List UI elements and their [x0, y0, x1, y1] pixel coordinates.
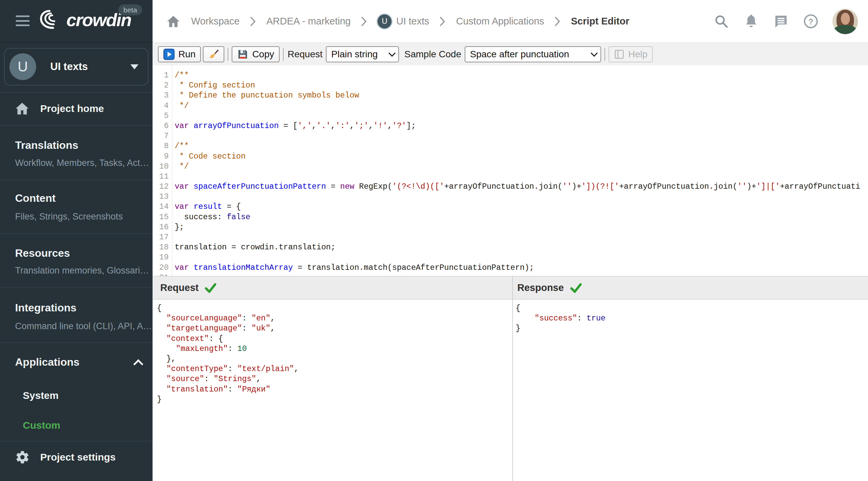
brush-icon [208, 49, 219, 60]
home-icon [15, 102, 29, 115]
user-avatar[interactable] [833, 9, 858, 34]
sidebar-item-project-home[interactable]: Project home [0, 100, 153, 117]
sidebar-item-applications[interactable]: Applications [15, 356, 80, 368]
divider [283, 48, 284, 61]
request-response-bar: Request Response [153, 276, 868, 300]
sample-code-label: Sample Code [404, 49, 461, 60]
chevron-down-icon [130, 64, 138, 69]
notifications-bell-icon[interactable] [744, 14, 759, 29]
format-button[interactable] [203, 46, 224, 62]
project-switcher[interactable]: U UI texts [4, 48, 149, 86]
messages-icon[interactable] [773, 14, 788, 29]
line-number: 17 [153, 232, 168, 242]
code-editor[interactable]: 1/**2 * Config section3 * Define the pun… [153, 65, 868, 276]
project-avatar: U [9, 53, 36, 80]
chevron-right-icon [362, 17, 367, 26]
code-line: 7 [153, 131, 868, 141]
line-number: 4 [153, 101, 168, 111]
breadcrumb-custom-applications[interactable]: Custom Applications [456, 16, 544, 27]
line-number: 21 [153, 273, 168, 276]
help-button[interactable]: Help [609, 46, 653, 62]
code-line: 2 * Config section [153, 81, 868, 91]
chevron-up-icon[interactable] [134, 359, 142, 367]
code-line: 21 [153, 273, 868, 276]
request-panel-title: Request [160, 282, 198, 293]
line-number: 13 [153, 192, 168, 202]
line-number: 11 [153, 172, 168, 182]
divider [228, 48, 228, 61]
sidebar-item-integrations[interactable]: Integrations [15, 302, 76, 314]
chevron-right-icon [440, 17, 445, 26]
code-line: } [157, 394, 512, 405]
code-line: "context": { [157, 334, 512, 344]
sidebar-item-label: Project settings [40, 451, 116, 463]
search-icon[interactable] [714, 14, 729, 29]
code-line: } [516, 323, 868, 333]
play-icon [163, 49, 175, 60]
line-number: 10 [153, 162, 168, 172]
sidebar-item-project-settings[interactable]: Project settings [0, 449, 153, 466]
breadcrumb-workspace[interactable]: Workspace [191, 16, 240, 27]
code-line: 19 [153, 252, 868, 262]
divider [0, 287, 153, 288]
request-type-label: Request [288, 49, 322, 60]
sidebar-item-system[interactable]: System [23, 390, 59, 401]
menu-hamburger-icon[interactable] [16, 15, 30, 26]
response-panel-title: Response [517, 282, 564, 293]
code-line: 12var spaceAfterPunctuationPattern = new… [153, 182, 868, 192]
run-button[interactable]: Run [158, 46, 201, 62]
copy-button[interactable]: Copy [232, 46, 279, 62]
code-line: "maxLength": 10 [157, 344, 512, 354]
sidebar-item-subtitle: Translation memories, Glossari… [15, 265, 149, 276]
divider [0, 441, 153, 442]
line-number: 12 [153, 182, 168, 192]
code-line: 8/** [153, 141, 868, 151]
divider [0, 125, 153, 126]
request-json-panel[interactable]: { "sourceLanguage": "en", "targetLanguag… [153, 300, 512, 481]
code-line: "contentType": "text/plain", [157, 364, 512, 374]
code-line: "targetLanguage": "uk", [157, 323, 512, 333]
save-icon [237, 49, 248, 60]
code-line: { [157, 303, 512, 313]
line-number: 2 [153, 81, 168, 91]
crowdin-logo[interactable]: crowdin [39, 9, 131, 31]
script-toolbar: Run Copy Request Plain string [153, 42, 868, 65]
sidebar-item-label: Project home [40, 103, 104, 114]
code-line: 3 * Define the punctuation symbols below [153, 91, 868, 101]
line-number: 7 [153, 131, 168, 141]
sidebar-item-resources[interactable]: Resources [15, 247, 70, 259]
home-icon[interactable] [167, 15, 180, 28]
line-number: 6 [153, 121, 168, 131]
chevron-down-icon [389, 50, 396, 57]
help-icon[interactable]: ? [803, 14, 818, 29]
sidebar-item-content[interactable]: Content [15, 192, 56, 204]
line-number: 3 [153, 91, 168, 101]
code-line: 15 success: false [153, 212, 868, 222]
code-line: 5 [153, 111, 868, 121]
chevron-right-icon [555, 17, 560, 26]
code-line: 6var arrayOfPunctuation = [',','.',':','… [153, 121, 868, 131]
line-number: 1 [153, 70, 168, 81]
code-line: "source": "Strings", [157, 374, 512, 384]
breadcrumb-current: Script Editor [571, 16, 629, 27]
divider [0, 180, 153, 180]
sample-code-select[interactable]: Space after punctuation [465, 46, 601, 62]
line-number: 14 [153, 202, 168, 212]
code-line: "translation": "Рядки" [157, 384, 512, 394]
divider [0, 233, 153, 234]
success-check-icon [570, 282, 582, 294]
sidebar: crowdin beta U UI texts Project home Tra… [0, 0, 153, 481]
crowdin-logo-icon [39, 9, 64, 31]
request-type-select[interactable]: Plain string [326, 46, 399, 62]
line-number: 5 [153, 111, 168, 121]
line-number: 16 [153, 222, 168, 232]
breadcrumb-organization[interactable]: ARDEA - marketing [267, 16, 351, 27]
response-json-panel[interactable]: { "success": true} [513, 300, 868, 481]
divider [0, 42, 153, 42]
sidebar-item-custom[interactable]: Custom [23, 420, 60, 431]
chevron-down-icon [590, 50, 597, 57]
top-header: Workspace ARDEA - marketing U UI texts C… [153, 0, 868, 42]
breadcrumb-project[interactable]: U UI texts [377, 14, 429, 29]
code-line: 20var translationMatchArray = translatio… [153, 263, 868, 273]
sidebar-item-translations[interactable]: Translations [15, 139, 79, 152]
